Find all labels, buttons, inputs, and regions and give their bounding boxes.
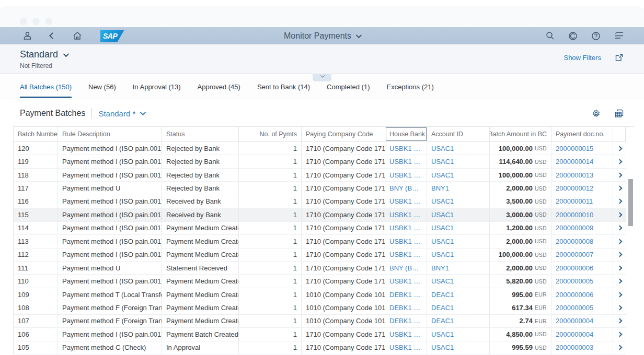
row-navigate-button[interactable] xyxy=(613,182,626,194)
col-header-account-id[interactable]: Account ID xyxy=(427,127,490,141)
account-id-link[interactable]: DEAC1 xyxy=(431,291,454,299)
account-id-link[interactable]: USAC1 xyxy=(431,158,454,165)
payment-doc-link[interactable]: 2000000003 xyxy=(556,344,593,351)
account-id-link[interactable]: USAC1 xyxy=(431,224,454,232)
row-navigate-button[interactable] xyxy=(613,328,626,340)
house-bank-link[interactable]: USBK1 (Ba... xyxy=(389,330,422,338)
row-navigate-button[interactable] xyxy=(613,195,626,208)
house-bank-link[interactable]: USBK1 (Ba... xyxy=(389,145,422,152)
table-settings-button[interactable] xyxy=(590,107,602,120)
payment-doc-link[interactable]: 2000000007 xyxy=(556,251,593,258)
row-navigate-button[interactable] xyxy=(613,275,626,287)
house-bank-link[interactable]: DEBK1 (Co... xyxy=(389,291,422,299)
row-navigate-button[interactable] xyxy=(613,222,626,234)
app-title-menu[interactable]: Monitor Payments xyxy=(284,31,360,41)
help-button[interactable] xyxy=(590,30,602,42)
account-id-link[interactable]: USAC1 xyxy=(431,211,454,219)
row-navigate-button[interactable] xyxy=(613,142,626,155)
show-filters-button[interactable]: Show Filters xyxy=(564,54,601,62)
account-id-link[interactable]: USAC1 xyxy=(431,171,454,179)
house-bank-link[interactable]: USBK1 (Ba... xyxy=(389,251,422,258)
copilot-button[interactable] xyxy=(567,30,579,42)
table-row[interactable]: 119 Payment method I (ISO pain.001) Reje… xyxy=(13,155,626,168)
col-header-house-bank[interactable]: House Bank xyxy=(385,127,427,141)
house-bank-link[interactable]: USBK1 (Ba... xyxy=(389,344,422,351)
search-button[interactable] xyxy=(544,30,556,42)
house-bank-link[interactable]: USBK1 (Ba... xyxy=(389,171,422,179)
account-id-link[interactable]: BNY1 xyxy=(431,184,449,192)
account-id-link[interactable]: USAC1 xyxy=(431,344,454,351)
table-row[interactable]: 118 Payment method I (ISO pain.001) Reje… xyxy=(13,169,626,182)
profile-button[interactable] xyxy=(21,30,33,42)
table-row[interactable]: 116 Payment method I (ISO pain.001) Rece… xyxy=(13,195,626,208)
scrollbar-thumb[interactable] xyxy=(628,179,633,226)
payment-doc-link[interactable]: 2000000011 xyxy=(556,197,593,205)
home-button[interactable] xyxy=(71,30,84,42)
account-id-link[interactable]: DEAC1 xyxy=(431,317,454,325)
row-navigate-button[interactable] xyxy=(613,249,626,261)
table-row[interactable]: 115 Payment method I (ISO pain.001) Rece… xyxy=(13,208,626,221)
tab-in-approval[interactable]: In Approval (13) xyxy=(133,74,181,100)
export-spreadsheet-button[interactable] xyxy=(613,107,625,120)
house-bank-link[interactable]: USBK1 (Ba... xyxy=(389,238,422,245)
row-navigate-button[interactable] xyxy=(613,155,626,168)
col-header-paying-company-code[interactable]: Paying Company Code xyxy=(302,127,385,141)
payment-doc-link[interactable]: 2000000004 xyxy=(556,317,593,325)
payment-doc-link[interactable]: 2000000013 xyxy=(556,171,593,179)
table-row[interactable]: 106 Payment method I (ISO pain.001) Paym… xyxy=(13,328,626,341)
house-bank-link[interactable]: USBK1 (Ba... xyxy=(389,158,422,165)
house-bank-link[interactable]: USBK1 (Ba... xyxy=(389,211,422,219)
account-id-link[interactable]: USAC1 xyxy=(431,238,454,245)
table-row[interactable]: 105 Payment method C (Check) In Approval… xyxy=(13,341,626,354)
account-id-link[interactable]: BNY1 xyxy=(431,264,449,272)
account-id-link[interactable]: USAC1 xyxy=(431,251,454,258)
house-bank-link[interactable]: DEBK1 (Co... xyxy=(389,304,422,312)
row-navigate-button[interactable] xyxy=(613,208,626,221)
tab-sent-to-bank[interactable]: Sent to Bank (14) xyxy=(257,74,310,100)
payment-doc-link[interactable]: 2000000009 xyxy=(556,224,593,232)
col-header-batch-number[interactable]: Batch Number xyxy=(13,127,58,141)
payment-doc-link[interactable]: 2000000006 xyxy=(556,291,593,299)
table-row[interactable]: 117 Payment method U Rejected by Bank 1 … xyxy=(13,182,626,195)
row-navigate-button[interactable] xyxy=(613,169,626,181)
tab-all-batches[interactable]: All Batches (150) xyxy=(20,74,72,100)
col-header-payment-doc-no[interactable]: Payment doc.no. xyxy=(551,127,613,141)
row-navigate-button[interactable] xyxy=(613,235,626,247)
house-bank-link[interactable]: USBK1 (Ba... xyxy=(389,224,422,232)
table-variant-selector[interactable]: Standard * xyxy=(98,109,144,118)
shell-menu-button[interactable] xyxy=(613,30,625,42)
house-bank-link[interactable]: BNY (Bank ... xyxy=(389,264,422,272)
house-bank-link[interactable]: DEBK1 (Co... xyxy=(389,317,422,325)
tab-new[interactable]: New (56) xyxy=(88,74,116,100)
row-navigate-button[interactable] xyxy=(613,288,626,301)
payment-doc-link[interactable]: 2000000012 xyxy=(556,184,593,192)
table-row[interactable]: 114 Payment method I (ISO pain.001) Paym… xyxy=(13,222,626,235)
tab-exceptions[interactable]: Exceptions (21) xyxy=(386,74,433,100)
col-header-no-of-pymts[interactable]: No. of Pymts xyxy=(239,127,302,141)
col-header-batch-amount[interactable]: Batch Amount in BC xyxy=(490,127,551,141)
table-row[interactable]: 108 Payment method F (Foreign Transfer..… xyxy=(13,301,626,314)
account-id-link[interactable]: DEAC1 xyxy=(431,304,454,312)
payment-doc-link[interactable]: 2000000014 xyxy=(556,158,593,165)
account-id-link[interactable]: USAC1 xyxy=(431,330,454,338)
table-row[interactable]: 111 Payment method U Statement Received … xyxy=(13,262,626,275)
table-row[interactable]: 112 Payment method I (ISO pain.001) Paym… xyxy=(13,249,626,262)
tab-approved[interactable]: Approved (45) xyxy=(198,74,240,100)
vertical-scrollbar[interactable] xyxy=(626,127,634,355)
table-row[interactable]: 107 Payment method F (Foreign Transfer..… xyxy=(13,315,626,328)
payment-doc-link[interactable]: 2000000008 xyxy=(556,238,593,245)
account-id-link[interactable]: USAC1 xyxy=(431,197,454,205)
payment-doc-link[interactable]: 2000000005 xyxy=(556,277,593,285)
col-header-rule-description[interactable]: Rule Description xyxy=(58,127,162,141)
table-row[interactable]: 120 Payment method I (ISO pain.001) Reje… xyxy=(13,142,626,155)
house-bank-link[interactable]: USBK1 (Ba... xyxy=(389,277,422,285)
payment-doc-link[interactable]: 2000000006 xyxy=(556,264,593,272)
house-bank-link[interactable]: BNY (Bank ... xyxy=(389,184,422,192)
collapse-header-button[interactable] xyxy=(313,74,331,81)
payment-doc-link[interactable]: 2000000004 xyxy=(556,330,593,338)
variant-selector[interactable]: Standard xyxy=(20,49,67,60)
payment-doc-link[interactable]: 2000000015 xyxy=(556,145,593,152)
account-id-link[interactable]: USAC1 xyxy=(431,277,454,285)
table-row[interactable]: 113 Payment method I (ISO pain.001) Paym… xyxy=(13,235,626,248)
payment-doc-link[interactable]: 2000000005 xyxy=(556,304,593,312)
